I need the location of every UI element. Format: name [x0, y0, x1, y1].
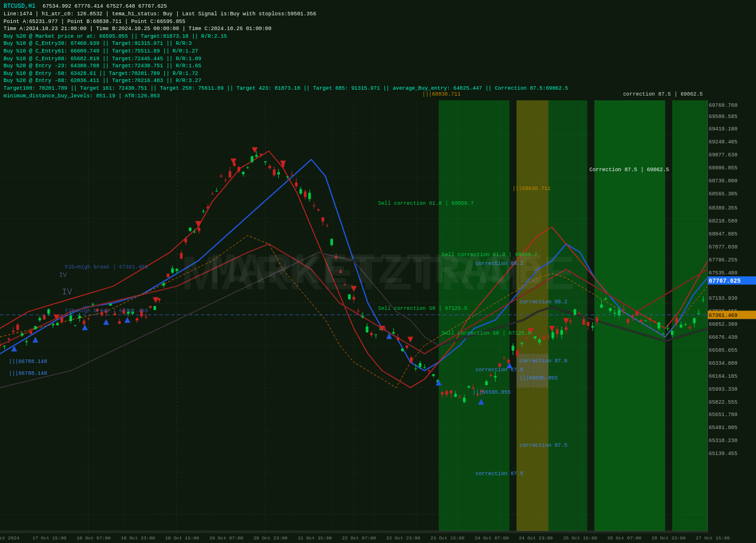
- chart-container: BTCUSD,H1 67534.992 67776.414 67527.648 …: [0, 0, 756, 543]
- chart-canvas: [0, 0, 756, 543]
